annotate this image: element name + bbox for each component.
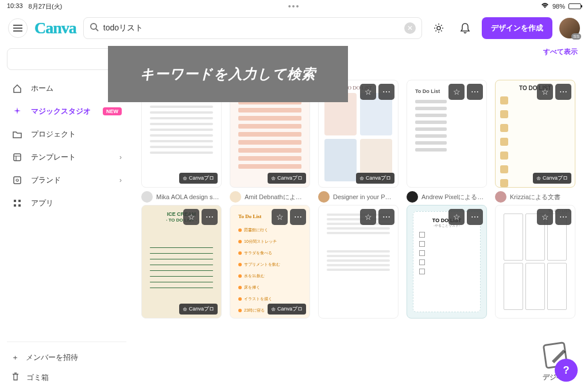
annotation-callout: キーワードを入力して検索 [108, 46, 348, 102]
settings-button[interactable] [429, 18, 448, 38]
author-name: Amit Debnathによ… [245, 193, 302, 201]
pro-badge: ♔ Canvaプロ [533, 173, 571, 184]
favorite-button[interactable]: ☆ [360, 84, 376, 100]
pro-badge: ♔ Canvaプロ [268, 304, 306, 315]
nav-label: プロジェクト [31, 129, 122, 139]
pro-badge: ♔ Canvaプロ [179, 173, 218, 184]
status-date: 8月27日(火) [29, 2, 63, 11]
author-name: Krizziaによる文書 [510, 193, 560, 201]
folder-icon [11, 130, 23, 138]
more-button[interactable]: ⋯ [378, 84, 394, 100]
template-card[interactable]: ☆⋯ [318, 205, 399, 319]
favorite-button[interactable]: ☆ [448, 209, 465, 225]
apps-icon [11, 199, 23, 208]
more-button[interactable]: ⋯ [467, 209, 483, 225]
svg-rect-3 [14, 177, 21, 184]
author-name: Mika AOLA design s… [156, 193, 219, 200]
template-card[interactable]: TO DO LIST ☆⋯ [495, 205, 575, 319]
avatar-badge: SS [571, 33, 581, 40]
svg-rect-6 [18, 200, 21, 202]
template-card[interactable]: TO DO LIST -やることリスト- ☆⋯ [407, 205, 487, 319]
favorite-button[interactable]: ☆ [360, 209, 376, 225]
more-button[interactable]: ⋯ [555, 209, 571, 225]
sparkle-icon [11, 107, 23, 116]
digipen-watermark: デジペン [531, 335, 582, 386]
new-badge: NEW [103, 107, 122, 115]
pro-badge: ♔ Canvaプロ [356, 173, 394, 184]
chevron-right-icon: › [119, 176, 122, 184]
chevron-right-icon: › [119, 153, 122, 161]
pro-badge: ♔ Canvaプロ [179, 304, 218, 315]
invite-members-button[interactable]: ＋ メンバーを招待 [7, 348, 126, 367]
nav-label: マジックスタジオ [31, 106, 95, 117]
svg-point-4 [16, 179, 18, 181]
svg-rect-8 [18, 204, 21, 207]
svg-point-0 [91, 24, 96, 29]
clear-search-button[interactable]: ✕ [404, 22, 416, 34]
wifi-icon [541, 3, 549, 10]
svg-rect-2 [14, 154, 21, 161]
svg-point-1 [437, 26, 440, 30]
view-all-link[interactable]: すべて表示 [543, 47, 578, 57]
template-icon [11, 153, 23, 162]
home-icon [11, 84, 23, 93]
sidebar-item-templates[interactable]: テンプレート › [7, 146, 126, 169]
more-button[interactable]: ⋯ [202, 209, 218, 225]
battery-percent: 98% [552, 3, 565, 10]
create-design-button[interactable]: デザインを作成 [482, 17, 552, 39]
help-button[interactable]: ? [555, 359, 578, 382]
brand-icon [11, 176, 23, 185]
plus-icon: ＋ [11, 352, 19, 363]
trash-label: ゴミ箱 [26, 372, 49, 383]
header: Canva ✕ デザインを作成 SS [0, 13, 588, 44]
nav-label: テンプレート [31, 152, 111, 162]
user-avatar[interactable]: SS [559, 18, 580, 38]
svg-rect-5 [14, 200, 16, 202]
status-bar: 10:33 8月27日(火) ••• 98% [0, 0, 588, 13]
favorite-button[interactable]: ☆ [272, 209, 288, 225]
notifications-button[interactable] [455, 18, 475, 38]
canva-logo[interactable]: Canva [34, 19, 76, 37]
sidebar-item-projects[interactable]: プロジェクト [7, 123, 126, 146]
more-button[interactable]: ⋯ [290, 209, 306, 225]
search-icon [90, 22, 99, 34]
favorite-button[interactable]: ☆ [537, 209, 553, 225]
template-card[interactable]: To Do List図書館に行く10分間ストレッチサラダを食べるサプリメントを飲… [230, 205, 310, 319]
pro-badge: ♔ Canvaプロ [268, 173, 306, 184]
svg-rect-7 [14, 204, 16, 207]
invite-label: メンバーを招待 [26, 352, 78, 363]
trash-button[interactable]: ゴミ箱 [7, 367, 126, 387]
sidebar-item-apps[interactable]: アプリ [7, 192, 126, 215]
sidebar-item-magic-studio[interactable]: マジックスタジオ NEW [7, 100, 126, 123]
template-card[interactable]: To Do List ☆⋯ Andrew Pixelによる… [407, 80, 487, 203]
template-card[interactable]: ICE CREAM· TO DO LIST · ☆⋯ ♔ Canvaプロ [141, 205, 222, 319]
author-name: Andrew Pixelによる… [421, 193, 483, 201]
search-bar[interactable]: ✕ [83, 17, 422, 39]
more-button[interactable]: ⋯ [378, 209, 394, 225]
nav-label: アプリ [31, 198, 122, 208]
template-card[interactable]: TO DO LIST ☆⋯ ♔ Canvaプロ Krizziaによる文書 [495, 80, 575, 203]
favorite-button[interactable]: ☆ [448, 84, 465, 100]
nav-label: ブランド [31, 175, 111, 185]
menu-button[interactable] [8, 18, 28, 38]
trash-icon [11, 372, 20, 383]
author-name: Designer in your P… [333, 193, 392, 200]
favorite-button[interactable]: ☆ [183, 209, 199, 225]
status-time: 10:33 [7, 2, 23, 11]
favorite-button[interactable]: ☆ [537, 84, 553, 100]
sidebar-item-brand[interactable]: ブランド › [7, 169, 126, 192]
search-input[interactable] [103, 24, 400, 33]
battery-icon [568, 3, 581, 9]
status-center-dots: ••• [288, 2, 300, 11]
more-button[interactable]: ⋯ [467, 84, 483, 100]
more-button[interactable]: ⋯ [555, 84, 571, 100]
